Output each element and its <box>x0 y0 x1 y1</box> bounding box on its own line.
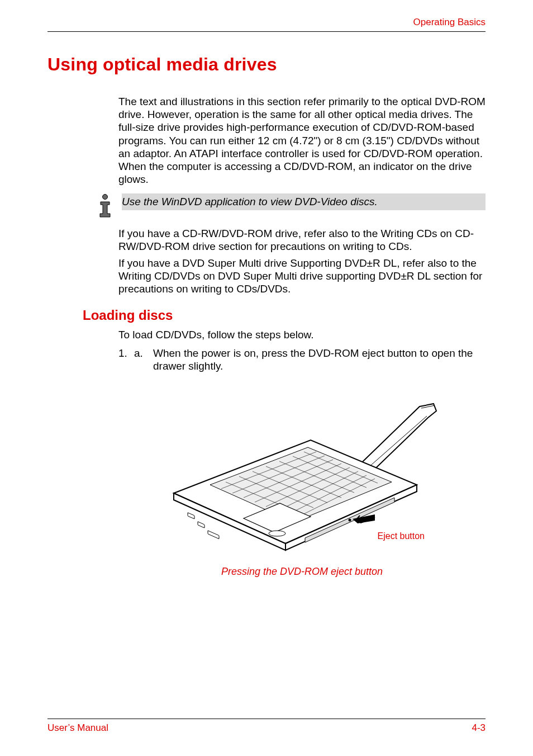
paragraph-supermulti: If you have a DVD Super Multi drive Supp… <box>118 257 486 296</box>
step-alpha: a. <box>134 347 153 372</box>
load-intro: To load CD/DVDs, follow the steps below. <box>118 329 486 341</box>
note-text: Use the WinDVD application to view DVD-V… <box>122 193 486 210</box>
step-text: When the power is on, press the DVD-ROM … <box>153 347 486 372</box>
callout-eject: Eject button <box>378 531 425 541</box>
svg-point-0 <box>103 195 108 200</box>
info-icon <box>94 193 121 221</box>
page-header: Operating Basics <box>47 17 486 32</box>
sub-heading-loading: Loading discs <box>83 308 486 323</box>
page-content: Using optical media drives The text and … <box>47 32 486 719</box>
figure-caption: Pressing the DVD-ROM eject button <box>118 566 486 578</box>
svg-point-18 <box>269 531 285 536</box>
info-note: Use the WinDVD application to view DVD-V… <box>47 193 486 221</box>
paragraph-cdrw: If you have a CD-RW/DVD-ROM drive, refer… <box>118 227 486 253</box>
main-heading: Using optical media drives <box>47 54 486 75</box>
step-number: 1. <box>118 347 134 372</box>
svg-point-19 <box>348 519 351 522</box>
svg-rect-20 <box>188 513 194 519</box>
footer-right: 4-3 <box>472 722 486 734</box>
page-footer: User’s Manual 4-3 <box>47 719 486 734</box>
section-name: Operating Basics <box>413 17 486 28</box>
footer-left: User’s Manual <box>47 722 108 734</box>
figure: Eject button Pressing the DVD-ROM eject … <box>118 393 486 578</box>
intro-paragraph: The text and illustrations in this secti… <box>118 95 486 186</box>
laptop-illustration <box>154 393 450 555</box>
step-1: 1. a. When the power is on, press the DV… <box>118 347 486 372</box>
svg-rect-22 <box>208 531 219 539</box>
svg-rect-21 <box>198 522 204 528</box>
